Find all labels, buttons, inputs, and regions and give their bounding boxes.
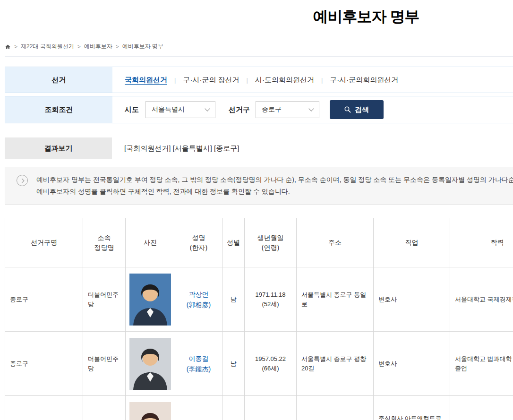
breadcrumb-separator: > — [116, 43, 119, 50]
election-tab-3[interactable]: 시·도의회의원선거 — [255, 76, 314, 85]
candidate-name-link[interactable]: 곽상언(郭相彦) — [176, 289, 221, 310]
cell-birth: 1957.05.22(66세) — [245, 332, 297, 396]
chevron-down-icon — [308, 106, 314, 111]
breadcrumb-item[interactable]: 예비후보자 명부 — [122, 43, 163, 51]
cell-gender: 남 — [222, 332, 245, 396]
filter-row-election: 선거 국회의원선거|구·시·군의 장선거|시·도의회의원선거|구·시·군의회의원… — [5, 67, 513, 93]
breadcrumb-items: >제22대 국회의원선거>예비후보자>예비후보자 명부 — [14, 43, 163, 51]
cell-address: 서울특별시 종로구 평창20길 — [297, 332, 374, 396]
condition-controls: 시도 서울특별시 선거구 종로구 — [112, 96, 513, 123]
header-birth: 생년월일(연령) — [245, 218, 297, 267]
district-select-value: 종로구 — [262, 105, 282, 114]
cell-district: 종로구 — [5, 396, 83, 420]
cell-address: 서울특별시 종로구 통일로 — [297, 267, 374, 332]
cell-birth: 1971.11.18(52세) — [245, 267, 297, 332]
filter-row-condition: 조회조건 시도 서울특별시 선거구 종로구 — [5, 96, 513, 123]
notice-line-2: 예비후보자의 성명을 클릭하면 구체적인 학력, 전과에 대한 정보를 확인할 … — [36, 186, 513, 197]
candidate-table: 선거구명 소속정당명 사진 성명(한자) 성별 생년월일(연령) 주소 직업 학… — [5, 218, 513, 420]
breadcrumb-separator: > — [14, 43, 17, 50]
election-label: 선거 — [5, 67, 112, 93]
page: 예비후보자 명부 >제22대 국회의원선거>예비후보자>예비후보자 명부 선거 … — [0, 7, 513, 420]
table-row: 종로구더불어민주당곽상언(郭相彦)남1971.11.18(52세)서울특별시 종… — [5, 267, 513, 332]
cell-party: 국민의힘 — [83, 396, 126, 420]
cell-education: 서울대학교 법과대학 공법학과 졸업 — [450, 332, 513, 396]
cell-photo — [126, 332, 175, 396]
results-bar: 결과보기 [국회의원선거] [서울특별시] [종로구] — [5, 137, 513, 159]
chevron-down-icon — [205, 106, 210, 111]
search-icon — [344, 106, 351, 113]
cell-education: 성덕대학(현, 성운대학교) 음악계열 졸업 — [450, 396, 513, 420]
cell-name: 곽상언(郭相彦) — [175, 267, 222, 332]
header-address: 주소 — [297, 218, 374, 267]
breadcrumb: >제22대 국회의원선거>예비후보자>예비후보자 명부 — [5, 43, 513, 57]
cell-job: 변호사 — [374, 332, 450, 396]
header-name: 성명(한자) — [175, 218, 222, 267]
header-gender: 성별 — [222, 218, 245, 267]
arrow-right-circle-icon — [17, 175, 28, 186]
table-row: 종로구더불어민주당이종걸(李鍾杰)남1957.05.22(66세)서울특별시 종… — [5, 332, 513, 396]
header-education: 학력 — [450, 218, 513, 267]
district-select[interactable]: 종로구 — [256, 101, 319, 118]
cell-photo — [126, 267, 175, 332]
election-tabs: 국회의원선거|구·시·군의 장선거|시·도의회의원선거|구·시·군의회의원선거 — [112, 67, 513, 93]
results-value: [국회의원선거] [서울특별시] [종로구] — [112, 144, 239, 153]
breadcrumb-item[interactable]: 제22대 국회의원선거 — [21, 43, 74, 51]
candidate-table-body: 종로구더불어민주당곽상언(郭相彦)남1971.11.18(52세)서울특별시 종… — [5, 267, 513, 420]
candidate-photo — [127, 274, 174, 326]
header-district: 선거구명 — [5, 218, 83, 267]
cell-job: 주식회사 아트앤컬트코리아 (공연기획연출) 대표이사 — [374, 396, 450, 420]
sido-select-value: 서울특별시 — [152, 105, 185, 114]
cell-birth: 1962.05.01(61세) — [245, 396, 297, 420]
notice-box: 예비후보자 명부는 전국통일기호 부여 정당 소속, 그 밖의 정당 소속(정당… — [5, 167, 513, 205]
breadcrumb-separator: > — [77, 43, 81, 50]
page-title: 예비후보자 명부 — [5, 7, 513, 27]
tab-separator: | — [174, 77, 176, 84]
candidate-name-link[interactable]: 이종걸(李鍾杰) — [176, 353, 221, 374]
table-row: 종로구국민의힘임연희(林蓮姬)여1962.05.01(61세)서울특별시 종로구… — [5, 396, 513, 420]
election-tab-1[interactable]: 국회의원선거 — [125, 76, 167, 85]
filter-panel: 선거 국회의원선거|구·시·군의 장선거|시·도의회의원선거|구·시·군의회의원… — [5, 67, 513, 123]
search-button[interactable]: 검색 — [330, 100, 384, 119]
cell-education: 서울대학교 국제경제학과 졸업 — [450, 267, 513, 332]
cell-district: 종로구 — [5, 267, 83, 332]
cell-party: 더불어민주당 — [83, 332, 126, 396]
candidate-photo — [127, 402, 174, 420]
search-button-label: 검색 — [355, 105, 369, 114]
cell-job: 변호사 — [374, 267, 450, 332]
cell-photo — [126, 396, 175, 420]
candidate-name-link[interactable]: 임연희(林蓮姬) — [176, 418, 221, 420]
tab-separator: | — [321, 77, 323, 84]
cell-gender: 남 — [222, 267, 245, 332]
header-party: 소속정당명 — [83, 218, 126, 267]
cell-gender: 여 — [222, 396, 245, 420]
cell-district: 종로구 — [5, 332, 83, 396]
header-job: 직업 — [374, 218, 450, 267]
election-tab-4[interactable]: 구·시·군의회의원선거 — [330, 76, 398, 85]
home-icon[interactable] — [5, 44, 11, 50]
cell-address: 서울특별시 종로구 윤보선길 — [297, 396, 374, 420]
candidate-photo — [127, 338, 174, 390]
tab-separator: | — [247, 77, 248, 84]
header-photo: 사진 — [126, 218, 175, 267]
breadcrumb-item[interactable]: 예비후보자 — [84, 43, 112, 51]
table-header-row: 선거구명 소속정당명 사진 성명(한자) 성별 생년월일(연령) 주소 직업 학… — [5, 218, 513, 267]
sido-label: 시도 — [125, 105, 139, 114]
cell-name: 이종걸(李鍾杰) — [175, 332, 222, 396]
cell-party: 더불어민주당 — [83, 267, 126, 332]
sido-select[interactable]: 서울특별시 — [145, 101, 215, 118]
election-tab-2[interactable]: 구·시·군의 장선거 — [183, 76, 239, 85]
cell-name: 임연희(林蓮姬) — [175, 396, 222, 420]
condition-label: 조회조건 — [5, 96, 112, 123]
results-label: 결과보기 — [5, 137, 112, 159]
notice-line-1: 예비후보자 명부는 전국통일기호 부여 정당 소속, 그 밖의 정당 소속(정당… — [36, 174, 513, 186]
district-label: 선거구 — [229, 105, 250, 114]
